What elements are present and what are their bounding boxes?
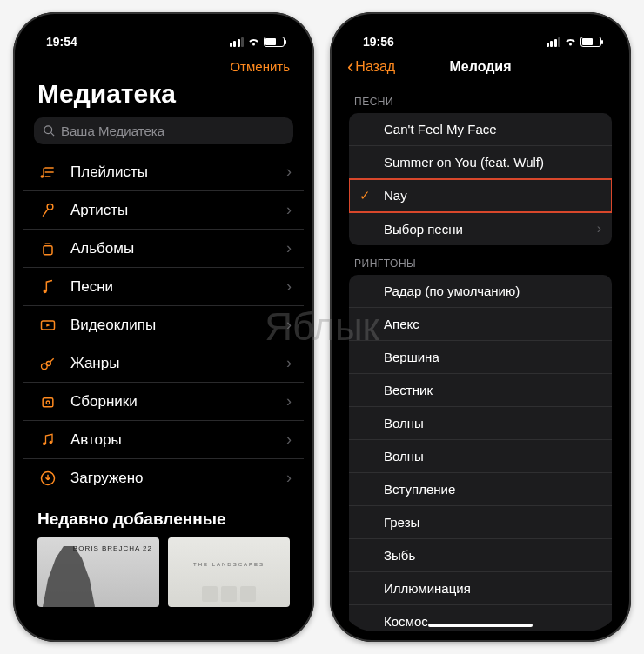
svg-line-4	[43, 209, 48, 216]
row-songs[interactable]: Песни ›	[23, 268, 304, 306]
row-albums[interactable]: Альбомы ›	[23, 230, 304, 268]
playlists-icon	[37, 164, 58, 181]
note-icon	[37, 278, 58, 296]
compilation-icon	[37, 393, 58, 410]
chevron-left-icon: ‹	[347, 61, 353, 73]
ringtone-row[interactable]: Волны	[349, 407, 612, 440]
microphone-icon	[37, 202, 58, 219]
row-label: Песни	[70, 278, 286, 296]
ringtone-label: Зыбь	[384, 548, 415, 563]
cancel-button[interactable]: Отменить	[230, 59, 290, 74]
ringtone-label: Апекс	[384, 317, 419, 331]
wifi-icon	[247, 37, 260, 47]
guitar-icon	[37, 355, 58, 372]
svg-line-10	[50, 358, 54, 362]
ringtone-row[interactable]: Апекс	[349, 308, 612, 341]
chevron-right-icon: ›	[286, 316, 292, 334]
song-row[interactable]: Can't Feel My Face	[349, 113, 612, 146]
ringtone-row[interactable]: Зыбь	[349, 539, 612, 572]
row-label: Видеоклипы	[70, 317, 286, 334]
svg-rect-11	[43, 397, 53, 406]
ringtones-table: Радар (по умолчанию) Апекс Вершина Вестн…	[349, 275, 612, 631]
choose-song-row[interactable]: Выбор песни ›	[349, 212, 612, 245]
signal-icon	[230, 37, 245, 47]
ringtone-label: Вступление	[384, 482, 455, 497]
search-input[interactable]: Ваша Медиатека	[34, 117, 293, 144]
chevron-right-icon: ›	[286, 201, 292, 219]
ringtone-label: Радар (по умолчанию)	[384, 284, 520, 298]
album-cover-2[interactable]: THE LANDSCAPES	[168, 537, 290, 607]
library-list: Плейлисты › Артисты › Альбомы › Песни ›	[23, 153, 304, 497]
svg-point-0	[44, 126, 52, 134]
row-artists[interactable]: Артисты ›	[23, 191, 304, 230]
notch	[415, 23, 546, 43]
svg-rect-5	[44, 245, 52, 254]
home-indicator[interactable]	[428, 624, 533, 627]
row-label: Плейлисты	[70, 164, 286, 181]
row-compilations[interactable]: Сборники ›	[23, 383, 304, 421]
ringtone-label: Волны	[384, 449, 424, 464]
battery-icon	[264, 37, 285, 47]
row-composers[interactable]: Авторы ›	[23, 421, 304, 459]
songs-header: ПЕСНИ	[340, 83, 621, 113]
chevron-right-icon: ›	[597, 221, 601, 237]
ringtone-row[interactable]: Радар (по умолчанию)	[349, 275, 612, 308]
double-note-icon	[37, 431, 58, 449]
ringtone-row[interactable]: Космос	[349, 605, 612, 631]
row-downloaded[interactable]: Загружено ›	[23, 459, 304, 497]
albums-icon	[37, 240, 58, 257]
battery-icon	[580, 37, 601, 47]
search-placeholder: Ваша Медиатека	[61, 123, 164, 138]
checkmark-icon: ✓	[359, 188, 371, 204]
ringtone-row[interactable]: Вестник	[349, 374, 612, 407]
row-videos[interactable]: Видеоклипы ›	[23, 306, 304, 344]
svg-line-1	[50, 132, 54, 136]
wifi-icon	[564, 37, 577, 47]
songs-table: Can't Feel My Face Summer on You (feat. …	[349, 113, 612, 245]
chevron-right-icon: ›	[286, 354, 292, 372]
row-playlists[interactable]: Плейлисты ›	[23, 153, 304, 191]
back-button[interactable]: ‹ Назад	[347, 59, 395, 75]
ringtone-label: Волны	[384, 416, 424, 430]
ringtone-label: Космос	[384, 614, 428, 629]
chevron-right-icon: ›	[286, 469, 292, 487]
video-icon	[37, 317, 58, 334]
row-label: Авторы	[70, 431, 286, 449]
ringtone-row[interactable]: Волны	[349, 440, 612, 473]
svg-point-12	[46, 401, 50, 404]
notch	[98, 23, 229, 43]
choose-song-label: Выбор песни	[384, 222, 463, 237]
album-2-text: THE LANDSCAPES	[168, 562, 290, 567]
status-time: 19:56	[363, 35, 394, 49]
page-title: Медиатека	[23, 74, 304, 117]
row-label: Загружено	[70, 470, 286, 487]
ringtone-label: Иллюминация	[384, 581, 471, 596]
row-label: Сборники	[70, 393, 286, 410]
song-label: Can't Feel My Face	[384, 122, 497, 137]
song-label: Nay	[384, 188, 407, 203]
row-genres[interactable]: Жанры ›	[23, 344, 304, 383]
back-label: Назад	[355, 59, 395, 75]
album-1-text: BORIS BREJCHA 22	[73, 544, 152, 552]
chevron-right-icon: ›	[286, 277, 292, 296]
phone-left: 19:54 Отменить Медиатека Ваша Медиатека …	[13, 12, 314, 642]
ringtone-row[interactable]: Вершина	[349, 341, 612, 374]
ringtones-header: РИНГТОНЫ	[340, 245, 621, 275]
ringtone-row[interactable]: Грезы	[349, 506, 612, 539]
ringtone-row[interactable]: Иллюминация	[349, 572, 612, 605]
row-label: Альбомы	[70, 240, 286, 257]
ringtone-row[interactable]: Вступление	[349, 473, 612, 506]
phone-right: 19:56 ‹ Назад Мелодия ПЕСНИ Can't Feel M…	[330, 12, 631, 642]
row-label: Жанры	[70, 355, 286, 372]
ringtone-label: Грезы	[384, 515, 419, 530]
download-icon	[37, 470, 58, 487]
song-row[interactable]: Summer on You (feat. Wulf)	[349, 146, 612, 179]
ringtone-label: Вершина	[384, 350, 439, 364]
song-label: Summer on You (feat. Wulf)	[384, 155, 544, 170]
chevron-right-icon: ›	[286, 430, 292, 449]
svg-point-13	[43, 442, 46, 445]
song-row-selected[interactable]: ✓ Nay	[349, 179, 612, 212]
chevron-right-icon: ›	[286, 392, 292, 410]
album-cover-1[interactable]: BORIS BREJCHA 22	[37, 537, 159, 607]
chevron-right-icon: ›	[286, 239, 292, 257]
